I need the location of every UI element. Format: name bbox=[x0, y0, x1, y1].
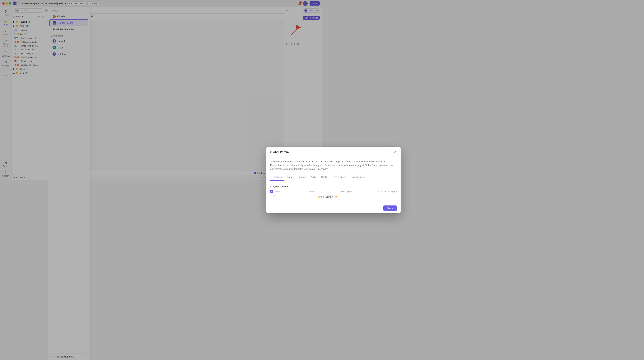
global-param-modal: Global Param ✕ Set global request parame… bbox=[266, 147, 322, 180]
modal-tabs: Headers Body Params Auth Cookie Pre-requ… bbox=[266, 174, 322, 180]
modal-title: Global Param bbox=[270, 150, 289, 154]
modal-header: Global Param ✕ bbox=[266, 147, 322, 157]
modal-tab-params[interactable]: Params bbox=[295, 174, 308, 180]
modal-description: Set global request parameters (effective… bbox=[266, 157, 322, 174]
modal-tab-cookie[interactable]: Cookie bbox=[318, 174, 322, 180]
modal-tab-auth[interactable]: Auth bbox=[308, 174, 318, 180]
modal-tab-headers[interactable]: Headers bbox=[270, 174, 284, 180]
modal-tab-body[interactable]: Body bbox=[284, 174, 295, 180]
modal-backdrop[interactable]: Global Param ✕ Set global request parame… bbox=[0, 0, 322, 180]
